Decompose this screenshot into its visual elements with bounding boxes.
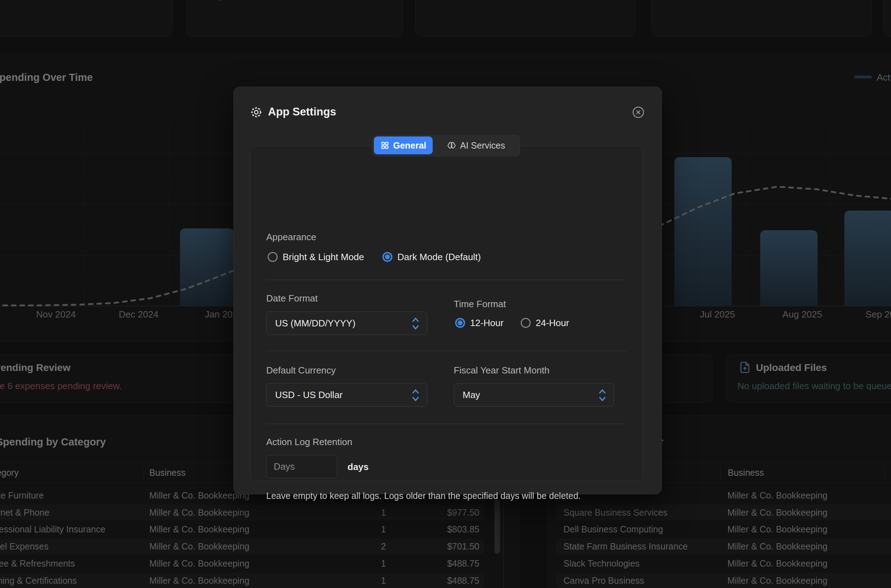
time-format-label: Time Format [454, 298, 506, 310]
radio-24-hour-label[interactable]: 24-Hour [536, 318, 569, 328]
tab-ai-services-label: AI Services [460, 140, 505, 151]
radio-12-hour-label[interactable]: 12-Hour [470, 318, 504, 328]
chevron-up-down-icon [597, 388, 607, 404]
radio-bright-light-mode-label[interactable]: Bright & Light Mode [283, 252, 364, 262]
settings-general-panel: Appearance Bright & Light Mode Dark Mode… [250, 146, 643, 481]
fiscal-year-select[interactable]: May [454, 383, 614, 406]
tab-general-label: General [393, 140, 426, 151]
brain-icon [447, 140, 456, 150]
grid-icon [380, 141, 390, 150]
action-log-days-input[interactable] [266, 455, 337, 478]
fiscal-year-value: May [463, 390, 480, 400]
date-format-value: US (MM/DD/YYYY) [275, 318, 356, 329]
radio-bright-light-mode[interactable] [268, 252, 278, 262]
default-currency-label: Default Currency [266, 365, 336, 376]
days-unit-label: days [348, 462, 369, 472]
action-log-help-text: Leave empty to keep all logs. Logs older… [266, 491, 581, 501]
chevron-up-down-icon [411, 316, 420, 332]
radio-12-hour[interactable] [455, 318, 465, 328]
gear-icon [249, 105, 263, 120]
close-icon[interactable] [632, 105, 645, 119]
radio-24-hour[interactable] [521, 318, 531, 328]
radio-dark-mode[interactable] [382, 252, 392, 262]
fiscal-year-label: Fiscal Year Start Month [454, 365, 550, 376]
chevron-up-down-icon [411, 388, 420, 404]
app-settings-modal: App Settings General AI Services Appeara… [234, 87, 662, 494]
action-log-retention-label: Action Log Retention [266, 436, 352, 448]
date-format-select[interactable]: US (MM/DD/YYYY) [266, 312, 428, 335]
radio-dark-mode-label[interactable]: Dark Mode (Default) [398, 252, 481, 262]
settings-tabbar: General AI Services [372, 135, 520, 156]
default-currency-value: USD - US Dollar [275, 390, 342, 400]
tab-general[interactable]: General [374, 136, 433, 154]
appearance-label: Appearance [266, 232, 316, 243]
tab-ai-services[interactable]: AI Services [435, 136, 517, 154]
modal-title: App Settings [268, 105, 336, 118]
date-format-label: Date Format [266, 293, 318, 304]
default-currency-select[interactable]: USD - US Dollar [266, 383, 428, 406]
